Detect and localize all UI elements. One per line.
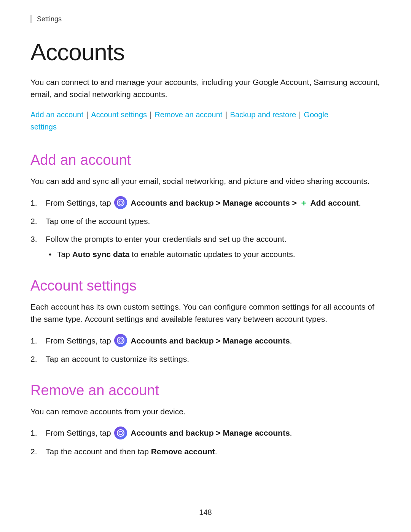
intro-text: You can connect to and manage your accou… [30,76,381,100]
section-remove-account: Remove an account You can remove account… [30,382,381,458]
list-item: 1. From Settings, tap Accounts and backu… [30,427,381,440]
plus-icon: ＋ [299,197,308,209]
settings-icon [114,427,127,439]
list-item: 1. From Settings, tap Accounts and backu… [30,197,381,210]
separator: | [148,110,154,119]
section-title-add-account: Add an account [30,152,381,168]
quicklink-account-settings[interactable]: Account settings [91,110,147,119]
list-item: 2. Tap the account and then tap Remove a… [30,446,381,458]
page-number: 148 [0,508,411,517]
section-desc-remove-account: You can remove accounts from your device… [30,406,381,418]
svg-point-2 [117,337,124,344]
settings-icon [114,196,127,209]
svg-point-4 [117,430,124,436]
svg-point-0 [117,199,124,206]
svg-point-3 [119,339,123,342]
list-item: 2. Tap an account to customize its setti… [30,353,381,366]
separator: | [223,110,229,119]
remove-account-steps: 1. From Settings, tap Accounts and backu… [30,427,381,458]
separator: | [297,110,303,119]
breadcrumb: Settings [30,15,381,23]
settings-icon [114,334,127,347]
list-item: 2. Tap one of the account types. [30,215,381,228]
quicklink-remove-account[interactable]: Remove an account [155,110,222,119]
bullet-list: Tap Auto sync data to enable automatic u… [46,248,381,261]
page-title: Accounts [30,38,381,66]
list-item: 3. Follow the prompts to enter your cred… [30,233,381,261]
section-account-settings: Account settings Each account has its ow… [30,278,381,366]
quick-links: Add an account | Account settings | Remo… [30,109,381,133]
account-settings-steps: 1. From Settings, tap Accounts and backu… [30,335,381,366]
quicklink-add-account[interactable]: Add an account [30,110,83,119]
list-item: Tap Auto sync data to enable automatic u… [46,248,381,261]
quicklink-backup-restore[interactable]: Backup and restore [230,110,296,119]
separator: | [84,110,90,119]
section-title-account-settings: Account settings [30,278,381,294]
svg-point-1 [119,201,123,204]
section-desc-add-account: You can add and sync all your email, soc… [30,175,381,188]
section-add-account: Add an account You can add and sync all … [30,152,381,261]
section-title-remove-account: Remove an account [30,382,381,399]
list-item: 1. From Settings, tap Accounts and backu… [30,335,381,348]
add-account-steps: 1. From Settings, tap Accounts and backu… [30,197,381,261]
section-desc-account-settings: Each account has its own custom settings… [30,301,381,326]
svg-point-5 [119,431,123,435]
page-container: Settings Accounts You can connect to and… [0,0,411,532]
